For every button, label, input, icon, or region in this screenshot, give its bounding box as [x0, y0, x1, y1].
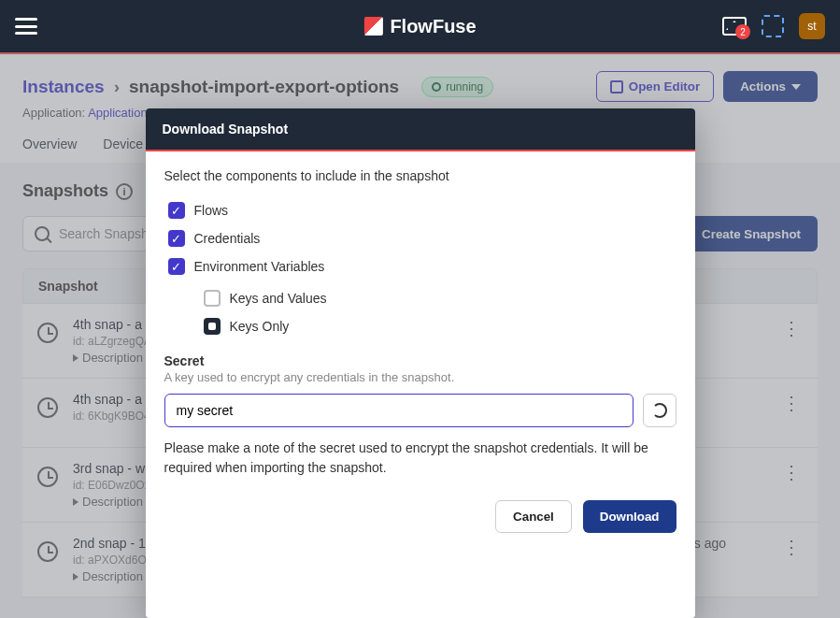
checkbox-flows[interactable]: ✓ Flows	[164, 196, 676, 224]
secret-help: A key used to encrypt any credentials in…	[164, 370, 676, 384]
radio-icon	[204, 290, 221, 307]
label-flows: Flows	[194, 203, 229, 218]
label-keys-only: Keys Only	[230, 319, 290, 334]
download-snapshot-modal: Download Snapshot Select the components …	[146, 108, 695, 618]
label-env: Environment Variables	[194, 259, 325, 274]
label-keys-values: Keys and Values	[230, 291, 327, 306]
checkbox-credentials[interactable]: ✓ Credentials	[164, 224, 676, 252]
radio-keys-and-values[interactable]: Keys and Values	[200, 284, 676, 312]
modal-instruction: Select the components to include in the …	[164, 168, 676, 183]
check-icon: ✓	[168, 202, 185, 219]
label-credentials: Credentials	[194, 231, 261, 246]
avatar[interactable]: st	[799, 13, 825, 39]
regenerate-secret-button[interactable]	[643, 394, 676, 427]
check-icon: ✓	[168, 230, 185, 247]
topbar: FlowFuse 2 st	[0, 0, 840, 52]
refresh-icon	[652, 403, 667, 418]
brand-logo-icon	[363, 17, 382, 36]
brand[interactable]: FlowFuse	[363, 16, 476, 37]
radio-keys-only[interactable]: Keys Only	[200, 312, 676, 340]
checkbox-env-vars[interactable]: ✓ Environment Variables	[164, 252, 676, 280]
mail-icon[interactable]: 2	[722, 17, 747, 36]
secret-label: Secret	[164, 353, 676, 368]
download-button[interactable]: Download	[583, 500, 676, 533]
menu-icon[interactable]	[15, 18, 37, 35]
modal-overlay: Download Snapshot Select the components …	[0, 52, 840, 618]
modal-title: Download Snapshot	[146, 108, 695, 151]
notification-badge: 2	[735, 24, 750, 39]
secret-note: Please make a note of the secret used to…	[164, 438, 676, 478]
check-icon: ✓	[168, 258, 185, 275]
cancel-button[interactable]: Cancel	[495, 500, 572, 533]
brand-name: FlowFuse	[390, 16, 476, 37]
status-icon[interactable]	[762, 15, 784, 37]
radio-icon	[204, 318, 221, 335]
secret-input[interactable]	[164, 394, 634, 427]
